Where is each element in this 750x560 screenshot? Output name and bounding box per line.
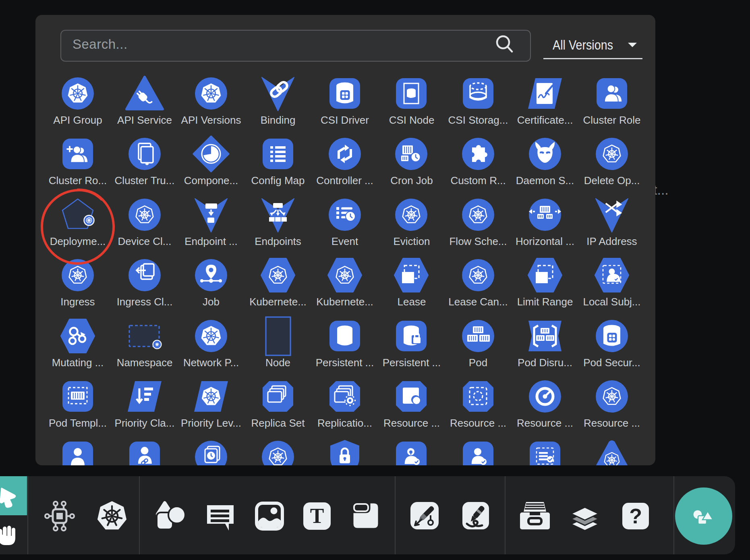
svg-text:?: ? xyxy=(629,504,642,528)
svg-text:T: T xyxy=(310,504,324,527)
